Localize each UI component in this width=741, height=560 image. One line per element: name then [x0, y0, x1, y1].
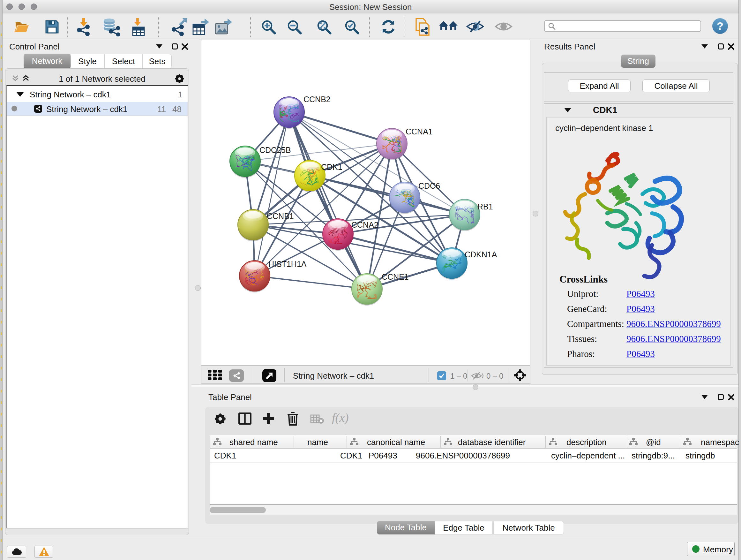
svg-text:CDC6: CDC6 [418, 181, 440, 190]
svg-text:HIST1H1A: HIST1H1A [268, 260, 307, 268]
svg-text:CCNB2: CCNB2 [304, 95, 331, 104]
svg-text:CDK1: CDK1 [321, 163, 342, 172]
svg-text:CDC25B: CDC25B [259, 145, 291, 154]
svg-text:CCNA2: CCNA2 [351, 220, 379, 229]
svg-text:CCNB1: CCNB1 [267, 212, 294, 221]
svg-text:CDKN1A: CDKN1A [465, 250, 497, 259]
svg-text:CCNA1: CCNA1 [406, 127, 433, 136]
svg-text:CCNE1: CCNE1 [382, 272, 409, 281]
svg-text:RB1: RB1 [477, 202, 493, 211]
